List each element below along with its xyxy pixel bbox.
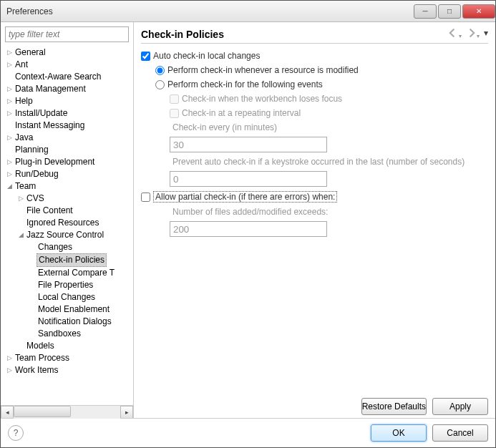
horizontal-scrollbar[interactable]: ◂ ▸ xyxy=(1,405,133,418)
tree-item-label[interactable]: Check-in Policies xyxy=(37,253,107,267)
perform-events-label[interactable]: Perform check-in for the following event… xyxy=(167,79,323,89)
tree-item-label[interactable]: Help xyxy=(14,95,34,107)
dialog-footer: ? OK Cancel xyxy=(1,418,495,447)
tree-item[interactable]: ▷Models xyxy=(5,340,133,352)
tree-item-label[interactable]: Data Management xyxy=(14,83,87,95)
filter-input[interactable] xyxy=(5,26,129,42)
tree-item-label[interactable]: Sandboxes xyxy=(37,328,82,340)
tree-item-label[interactable]: Run/Debug xyxy=(14,168,60,180)
scroll-left-icon[interactable]: ◂ xyxy=(1,406,14,419)
tree-item-label[interactable]: Team Process xyxy=(14,352,71,364)
ok-button[interactable]: OK xyxy=(371,424,427,442)
tree-item[interactable]: ◢Jazz Source Control xyxy=(5,229,133,241)
expand-icon[interactable]: ▷ xyxy=(5,132,14,144)
tree-item[interactable]: ▷File Content xyxy=(5,205,133,217)
tree-item[interactable]: ◢Team xyxy=(5,180,133,193)
expand-icon[interactable]: ▷ xyxy=(16,193,25,205)
tree-item-label[interactable]: Ant xyxy=(14,59,29,71)
tree-item-label[interactable]: Local Changes xyxy=(37,291,97,303)
tree-item[interactable]: ▷External Compare T xyxy=(5,267,133,279)
no-expand-icon: ▷ xyxy=(5,120,14,132)
tree-item-label[interactable]: Java xyxy=(14,132,34,144)
tree-item-label[interactable]: CVS xyxy=(25,193,46,205)
expand-icon[interactable]: ▷ xyxy=(5,107,14,120)
perform-events-radio[interactable] xyxy=(155,80,165,89)
tree-item[interactable]: ▷Instant Messaging xyxy=(5,120,133,132)
tree-item[interactable]: ▷Context-Aware Search xyxy=(5,71,133,83)
tree-item[interactable]: ▷Sandboxes xyxy=(5,328,133,340)
auto-checkin-label[interactable]: Auto check-in local changes xyxy=(153,51,260,61)
perform-modified-label[interactable]: Perform check-in whenever a resource is … xyxy=(167,65,359,75)
perform-modified-radio[interactable] xyxy=(155,66,165,75)
tree-item-label[interactable]: Notification Dialogs xyxy=(37,316,113,328)
no-expand-icon: ▷ xyxy=(16,217,25,229)
tree-item[interactable]: ▷Planning xyxy=(5,144,133,156)
tree-item[interactable]: ▷Plug-in Development xyxy=(5,156,133,168)
back-icon[interactable]: ▾ xyxy=(448,28,462,40)
tree-item[interactable]: ▷Help xyxy=(5,95,133,107)
tree-item[interactable]: ▷Team Process xyxy=(5,352,133,364)
no-expand-icon: ▷ xyxy=(28,303,37,316)
auto-checkin-checkbox[interactable] xyxy=(141,52,150,61)
expand-icon[interactable]: ▷ xyxy=(5,168,14,180)
expand-icon[interactable]: ▷ xyxy=(5,95,14,107)
apply-button[interactable]: Apply xyxy=(432,398,488,415)
tree-item[interactable]: ▷Java xyxy=(5,132,133,144)
expand-icon[interactable]: ▷ xyxy=(5,59,14,71)
tree-item[interactable]: ▷General xyxy=(5,47,133,59)
tree-item-label[interactable]: Plug-in Development xyxy=(14,156,96,168)
collapse-icon[interactable]: ◢ xyxy=(16,229,25,241)
maximize-button[interactable]: □ xyxy=(438,4,461,19)
tree-item-label[interactable]: Instant Messaging xyxy=(14,120,86,132)
cancel-button[interactable]: Cancel xyxy=(432,424,488,442)
expand-icon[interactable]: ▷ xyxy=(5,364,14,376)
tree-item-label[interactable]: Work Items xyxy=(14,364,59,376)
tree-item-label[interactable]: Models xyxy=(25,340,56,352)
restore-defaults-button[interactable]: Restore Defaults xyxy=(361,398,427,415)
scroll-track[interactable] xyxy=(14,406,120,419)
expand-icon[interactable]: ▷ xyxy=(5,47,14,59)
close-button[interactable]: ✕ xyxy=(462,4,495,19)
allow-partial-checkbox[interactable] xyxy=(141,193,150,202)
tree-item[interactable]: ▷CVS xyxy=(5,193,133,205)
tree-item[interactable]: ▷Changes xyxy=(5,241,133,253)
tree-item[interactable]: ▷Install/Update xyxy=(5,107,133,120)
expand-icon[interactable]: ▷ xyxy=(5,352,14,364)
collapse-icon[interactable]: ◢ xyxy=(5,180,14,193)
tree-item-label[interactable]: Context-Aware Search xyxy=(14,71,103,83)
tree-item[interactable]: ▷Notification Dialogs xyxy=(5,316,133,328)
tree-item[interactable]: ▷File Properties xyxy=(5,279,133,291)
menu-icon[interactable]: ▾ xyxy=(484,28,488,40)
tree-item[interactable]: ▷Work Items xyxy=(5,364,133,376)
tree-item-label[interactable]: Install/Update xyxy=(14,107,69,120)
tree-item-label[interactable]: Changes xyxy=(37,241,74,253)
help-icon[interactable]: ? xyxy=(8,425,24,441)
tree-item-label[interactable]: External Compare T xyxy=(37,267,116,279)
expand-icon[interactable]: ▷ xyxy=(5,83,14,95)
tree-item[interactable]: ▷Run/Debug xyxy=(5,168,133,180)
tree-item[interactable]: ▷Data Management xyxy=(5,83,133,95)
tree-item-label[interactable]: Team xyxy=(14,180,37,193)
tree-item-label[interactable]: Ignored Resources xyxy=(25,217,100,229)
tree-item-label[interactable]: Planning xyxy=(14,144,50,156)
interval-minutes-label: Check-in every (in minutes) xyxy=(172,122,277,132)
tree-item[interactable]: ▷Check-in Policies xyxy=(5,253,133,267)
tree-item[interactable]: ▷Model Enablement xyxy=(5,303,133,316)
tree-item[interactable]: ▷Local Changes xyxy=(5,291,133,303)
titlebar[interactable]: Preferences ─ □ ✕ xyxy=(1,1,495,22)
tree-item-label[interactable]: General xyxy=(14,47,47,59)
scroll-right-icon[interactable]: ▸ xyxy=(120,406,133,419)
allow-partial-label[interactable]: Allow partial check-in (if there are err… xyxy=(153,191,337,203)
main-panel: Check-in Policies ▾ ▾ ▾ Auto check-in lo… xyxy=(134,22,495,418)
tree-item-label[interactable]: Model Enablement xyxy=(37,303,111,316)
scroll-thumb[interactable] xyxy=(14,406,71,417)
tree-item-label[interactable]: Jazz Source Control xyxy=(25,229,105,241)
minimize-button[interactable]: ─ xyxy=(414,4,437,19)
tree-item[interactable]: ▷Ignored Resources xyxy=(5,217,133,229)
tree-item[interactable]: ▷Ant xyxy=(5,59,133,71)
forward-icon[interactable]: ▾ xyxy=(466,28,480,40)
expand-icon[interactable]: ▷ xyxy=(5,156,14,168)
preferences-tree[interactable]: ▷General▷Ant▷Context-Aware Search▷Data M… xyxy=(1,47,133,405)
tree-item-label[interactable]: File Properties xyxy=(37,279,94,291)
tree-item-label[interactable]: File Content xyxy=(25,205,74,217)
